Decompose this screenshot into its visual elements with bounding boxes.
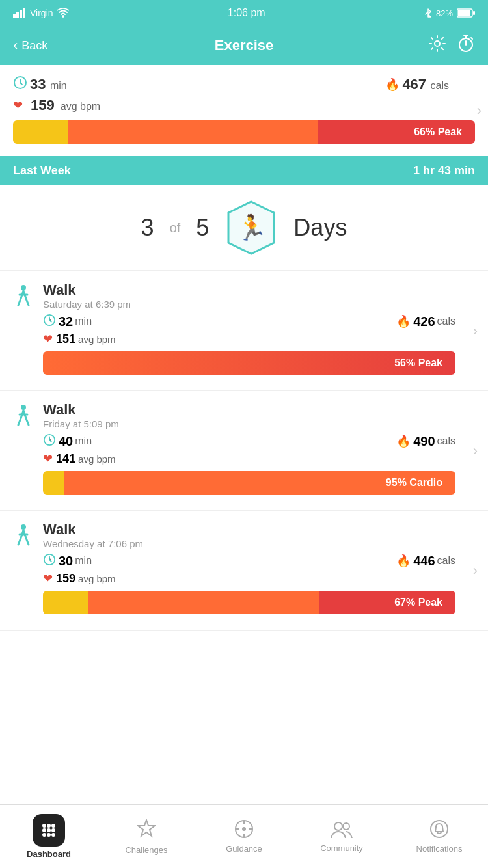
nav-item-community[interactable]: Community <box>293 820 390 853</box>
battery-label: 82% <box>436 8 453 18</box>
walk-icon-saturday <box>13 284 34 312</box>
chevron-icon-friday: › <box>473 442 478 459</box>
page-title: Exercise <box>215 37 274 54</box>
exercise-item-saturday[interactable]: Walk Saturday at 6:39 pm 32 min 🔥 426 ca… <box>0 271 488 391</box>
clock-icon <box>13 75 27 93</box>
svg-rect-3 <box>23 8 25 18</box>
svg-marker-26 <box>138 820 155 836</box>
notifications-icon <box>429 819 449 841</box>
carrier-label: Virgin <box>30 8 53 18</box>
nav-item-dashboard[interactable]: Dashboard <box>0 814 98 859</box>
status-bar: Virgin 1:06 pm 82% <box>0 0 488 26</box>
last-week-header: Last Week 1 hr 43 min <box>0 156 488 185</box>
walk-icon-friday <box>13 404 34 432</box>
saturday-progress-bar: 56% Peak <box>43 351 455 375</box>
battery-icon <box>457 8 475 18</box>
nav-icons <box>428 34 475 57</box>
settings-icon[interactable] <box>428 34 446 57</box>
clock-icon-wed <box>43 553 56 569</box>
status-left: Virgin <box>13 8 69 18</box>
goal-current: 3 <box>141 214 154 241</box>
community-label: Community <box>320 843 363 853</box>
guidance-icon <box>234 819 254 841</box>
dashboard-icon <box>33 814 65 847</box>
heart-icon: ❤ <box>13 98 23 113</box>
exercise-item-wednesday[interactable]: Walk Wednesday at 7:06 pm 30 min 🔥 446 c… <box>0 511 488 631</box>
top-stats-row: 33 min 🔥 467 cals <box>13 75 475 93</box>
heart-icon-fri: ❤ <box>43 452 53 466</box>
heart-icon-sat: ❤ <box>43 332 53 346</box>
run-badge: 🏃 <box>222 198 280 257</box>
chevron-icon-saturday: › <box>473 323 478 340</box>
challenges-icon <box>137 819 156 843</box>
exercise-header-saturday: Walk Saturday at 6:39 pm 32 min 🔥 426 ca… <box>13 282 455 375</box>
svg-rect-2 <box>20 10 22 18</box>
svg-point-19 <box>51 824 55 828</box>
nav-item-challenges[interactable]: Challenges <box>98 819 195 855</box>
svg-point-34 <box>343 823 349 830</box>
exercise-info-friday: Walk Friday at 5:09 pm 40 min 🔥 490 cals… <box>43 401 455 495</box>
svg-point-22 <box>51 828 55 832</box>
svg-rect-5 <box>473 11 475 15</box>
stopwatch-icon[interactable] <box>457 34 475 57</box>
saturday-stats: 32 min 🔥 426 cals <box>43 314 455 329</box>
exercise-header-wednesday: Walk Wednesday at 7:06 pm 30 min 🔥 446 c… <box>13 521 455 614</box>
signal-icon <box>13 8 26 18</box>
fire-icon: 🔥 <box>385 77 400 92</box>
svg-point-11 <box>21 285 26 290</box>
exercise-item-friday[interactable]: Walk Friday at 5:09 pm 40 min 🔥 490 cals… <box>0 391 488 511</box>
top-exercise-card: 33 min 🔥 467 cals ❤ 159 avg bpm 66% Peak… <box>0 65 488 156</box>
guidance-label: Guidance <box>226 844 262 854</box>
svg-point-13 <box>21 405 26 410</box>
svg-point-21 <box>47 828 51 832</box>
friday-bpm: ❤ 141 avg bpm <box>43 452 455 466</box>
goal-total: 5 <box>196 214 209 241</box>
top-bpm-row: ❤ 159 avg bpm <box>13 97 475 114</box>
walk-icon-wednesday <box>13 524 34 552</box>
wednesday-progress-bar: 67% Peak <box>43 591 455 614</box>
clock-icon-sat <box>43 314 56 329</box>
nav-item-notifications[interactable]: Notifications <box>390 819 488 854</box>
wednesday-stats: 30 min 🔥 446 cals <box>43 553 455 569</box>
friday-progress-bar: 95% Cardio <box>43 471 455 495</box>
grid-icon <box>40 821 58 839</box>
svg-point-25 <box>51 833 55 837</box>
nav-item-guidance[interactable]: Guidance <box>195 819 293 854</box>
exercise-info-saturday: Walk Saturday at 6:39 pm 32 min 🔥 426 ca… <box>43 282 455 375</box>
challenges-label: Challenges <box>125 845 167 855</box>
back-chevron-icon: ‹ <box>13 37 18 54</box>
svg-rect-0 <box>13 14 16 18</box>
svg-point-23 <box>42 833 46 837</box>
svg-point-35 <box>431 821 448 837</box>
back-label: Back <box>21 39 47 53</box>
clock-icon-fri <box>43 433 56 449</box>
svg-point-18 <box>47 824 51 828</box>
svg-rect-1 <box>16 12 19 18</box>
status-time: 1:06 pm <box>228 7 265 19</box>
main-content: 33 min 🔥 467 cals ❤ 159 avg bpm 66% Peak… <box>0 65 488 696</box>
wednesday-bpm: ❤ 159 avg bpm <box>43 571 455 586</box>
friday-stats: 40 min 🔥 490 cals <box>43 433 455 449</box>
fire-icon-sat: 🔥 <box>396 314 411 329</box>
heart-icon-wed: ❤ <box>43 571 53 586</box>
svg-point-7 <box>435 41 440 46</box>
back-button[interactable]: ‹ Back <box>13 37 47 54</box>
svg-point-20 <box>42 828 46 832</box>
svg-point-33 <box>334 822 342 830</box>
wifi-icon <box>57 8 69 18</box>
top-calories: 467 cals <box>402 76 449 93</box>
svg-point-28 <box>242 827 246 831</box>
week-goal-row: 3 of 5 🏃 Days <box>0 185 488 271</box>
top-chevron-icon[interactable]: › <box>477 102 481 119</box>
dashboard-label: Dashboard <box>27 849 71 859</box>
top-progress-bar: 66% Peak <box>13 120 475 144</box>
saturday-bpm: ❤ 151 avg bpm <box>43 332 455 346</box>
exercise-header-friday: Walk Friday at 5:09 pm 40 min 🔥 490 cals… <box>13 401 455 495</box>
nav-bar: ‹ Back Exercise <box>0 26 488 65</box>
fire-icon-fri: 🔥 <box>396 434 411 448</box>
fire-icon-wed: 🔥 <box>396 554 411 568</box>
svg-point-15 <box>21 524 26 530</box>
goal-of-label: of <box>170 221 181 236</box>
community-icon <box>331 820 353 841</box>
notifications-label: Notifications <box>416 844 463 854</box>
